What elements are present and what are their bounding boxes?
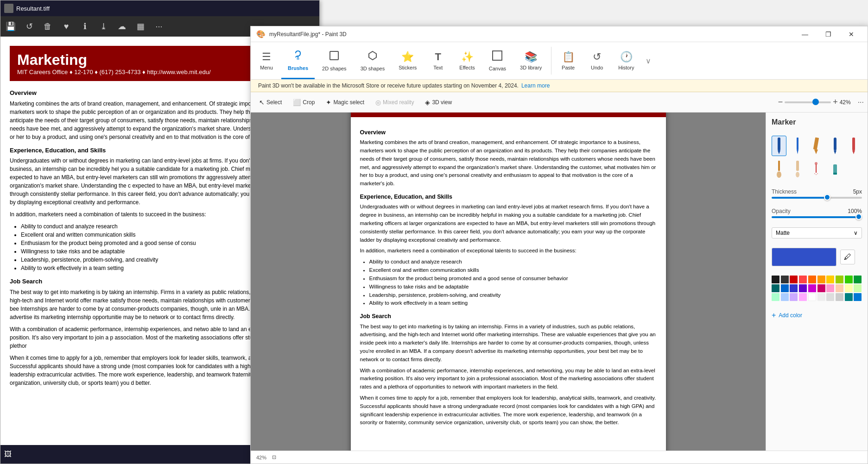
tab-2dshapes[interactable]: 2D shapes xyxy=(316,42,353,79)
color-cell-lpink[interactable] xyxy=(799,293,807,301)
zoom-more-icon[interactable]: ··· xyxy=(858,98,864,107)
color-cell-yellow[interactable] xyxy=(826,276,834,283)
marker-item-8[interactable] xyxy=(809,159,824,179)
bg-toolbar-btn-download[interactable]: ⤓ xyxy=(97,21,110,31)
crop-tool-btn[interactable]: ⬜ Crop xyxy=(288,95,319,110)
select-icon: ↖ xyxy=(259,99,265,106)
bg-toolbar-btn-fav[interactable]: ♥ xyxy=(60,22,73,31)
marker-item-3[interactable] xyxy=(809,136,824,156)
add-color-btn[interactable]: + Add color xyxy=(772,309,862,321)
crop-label: Crop xyxy=(303,99,315,106)
color-cell-orange1[interactable] xyxy=(808,276,816,283)
3dview-btn[interactable]: ◈ 3D view xyxy=(420,95,456,110)
marker-item-9[interactable] xyxy=(828,159,843,179)
color-cell-pink1[interactable] xyxy=(817,284,825,292)
marker-item-1[interactable] xyxy=(772,136,786,156)
tab-history[interactable]: 🕐 History xyxy=(612,42,640,79)
color-cell-teal[interactable] xyxy=(772,284,779,292)
maximize-button[interactable]: ❐ xyxy=(817,26,839,42)
color-cell-blue2[interactable] xyxy=(854,293,862,301)
tab-stickers[interactable]: ⭐ Stickers xyxy=(392,42,423,79)
marker-item-5[interactable] xyxy=(846,136,861,156)
mixed-reality-btn[interactable]: ◎ Mixed reality xyxy=(371,95,418,110)
color-cell-mgray[interactable] xyxy=(836,293,843,301)
bg-toolbar-btn-grid[interactable]: ▦ xyxy=(134,21,147,31)
notification-link[interactable]: Learn more xyxy=(521,82,550,89)
svg-rect-8 xyxy=(813,138,819,150)
color-cell-lgray2[interactable] xyxy=(826,293,834,301)
tab-text[interactable]: T Text xyxy=(424,42,452,79)
color-cell-skyblue[interactable] xyxy=(781,293,789,301)
color-cell-orange2[interactable] xyxy=(817,276,825,283)
color-cell-black[interactable] xyxy=(772,276,779,283)
tab-3dshapes[interactable]: 3D shapes xyxy=(354,42,392,79)
bg-toolbar-btn-save[interactable]: 💾 xyxy=(4,21,17,31)
bg-toolbar-btn-info[interactable]: ℹ xyxy=(78,21,91,31)
color-swatch[interactable] xyxy=(772,248,836,266)
tab-3dlibrary[interactable]: 📚 3D library xyxy=(513,42,548,79)
tab-effects[interactable]: ✨ Effects xyxy=(453,42,481,79)
color-cell-lgreen[interactable] xyxy=(845,276,853,283)
color-cell-pink2[interactable] xyxy=(826,284,834,292)
opacity-thumb xyxy=(855,213,862,220)
color-cell-lyellow[interactable] xyxy=(836,276,843,283)
tab-undo[interactable]: ↺ Undo xyxy=(583,42,611,79)
marker-item-7[interactable] xyxy=(790,159,805,179)
magic-select-btn[interactable]: ✦ Magic select xyxy=(321,95,369,110)
history-icon: 🕐 xyxy=(620,51,633,63)
marker-item-6[interactable] xyxy=(772,159,786,179)
tab-brushes[interactable]: Brushes xyxy=(281,42,315,79)
finish-label: Matte xyxy=(776,230,790,236)
zoom-plus-icon[interactable]: + xyxy=(833,97,838,107)
paint3d-app-icon: 🎨 xyxy=(256,30,266,38)
ribbon-expand-btn[interactable]: ∨ xyxy=(641,42,655,79)
bg-toolbar-btn-undo[interactable]: ↺ xyxy=(23,21,36,31)
color-cell-magenta[interactable] xyxy=(808,284,816,292)
2dshapes-icon xyxy=(329,50,340,64)
thickness-section: Thickness 5px xyxy=(772,188,862,202)
marker-item-2[interactable] xyxy=(790,136,805,156)
svg-rect-23 xyxy=(833,164,837,174)
svg-rect-16 xyxy=(796,161,799,171)
color-cell-dred[interactable] xyxy=(790,276,798,283)
svg-rect-19 xyxy=(816,164,817,173)
color-cell-dgreen[interactable] xyxy=(854,276,862,283)
thickness-slider[interactable] xyxy=(772,197,862,199)
svg-rect-3 xyxy=(493,51,502,60)
statusbar-fit-icon[interactable]: ⊡ xyxy=(272,454,276,460)
color-cell-purple[interactable] xyxy=(799,284,807,292)
eyedropper-btn[interactable]: 🖊 xyxy=(840,250,855,264)
minimize-button[interactable]: — xyxy=(794,26,816,42)
svg-point-21 xyxy=(816,174,817,175)
color-cell-white[interactable] xyxy=(808,293,816,301)
color-cell-dgray[interactable] xyxy=(781,276,789,283)
marker-grid xyxy=(772,136,862,179)
3dview-label: 3D view xyxy=(432,99,452,106)
opacity-slider[interactable] xyxy=(772,216,862,218)
bg-taskbar-icon: 🖼 xyxy=(4,450,12,458)
color-cell-lyellow2[interactable] xyxy=(845,284,853,292)
color-cell-lavender[interactable] xyxy=(790,293,798,301)
bg-toolbar-btn-more[interactable]: ··· xyxy=(152,22,165,31)
color-cell-lgray1[interactable] xyxy=(817,293,825,301)
bg-toolbar-btn-cloud[interactable]: ☁ xyxy=(115,21,128,31)
color-cell-dblue[interactable] xyxy=(790,284,798,292)
select-tool-btn[interactable]: ↖ Select xyxy=(254,95,286,110)
color-palette xyxy=(772,276,862,301)
zoom-minus-icon[interactable]: − xyxy=(778,97,783,107)
color-cell-lgreen2[interactable] xyxy=(854,284,862,292)
zoom-slider[interactable] xyxy=(785,101,831,103)
tab-menu[interactable]: ☰ Menu xyxy=(253,42,280,79)
tab-paste[interactable]: 📋 Paste xyxy=(554,42,582,79)
color-cell-mint[interactable] xyxy=(772,293,779,301)
marker-item-4[interactable] xyxy=(828,136,843,156)
bg-toolbar-btn-delete[interactable]: 🗑 xyxy=(41,22,54,31)
close-button[interactable]: ✕ xyxy=(841,26,862,42)
finish-dropdown[interactable]: Matte ∨ xyxy=(772,227,862,238)
color-cell-teal2[interactable] xyxy=(845,293,853,301)
color-cell-peach[interactable] xyxy=(836,284,843,292)
tab-canvas[interactable]: Canvas xyxy=(482,42,513,79)
paint3d-canvas[interactable]: Marketing MIT Careers Office ♦ 12-170 ♦ … xyxy=(251,113,766,451)
color-cell-red[interactable] xyxy=(799,276,807,283)
color-cell-blue1[interactable] xyxy=(781,284,789,292)
